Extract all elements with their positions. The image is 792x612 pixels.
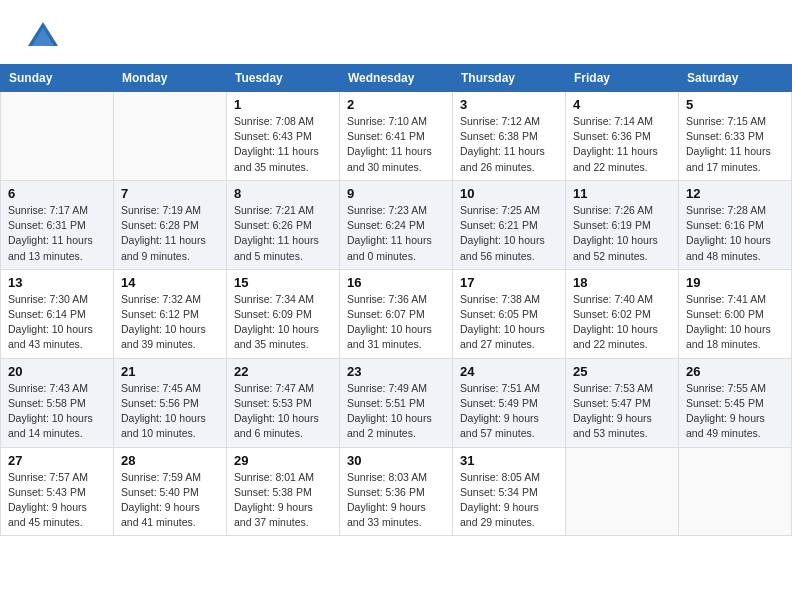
day-number: 20 <box>8 364 106 379</box>
calendar-cell: 23Sunrise: 7:49 AM Sunset: 5:51 PM Dayli… <box>340 358 453 447</box>
dow-header: Saturday <box>679 65 792 92</box>
logo <box>24 18 64 56</box>
cell-content: Sunrise: 7:43 AM Sunset: 5:58 PM Dayligh… <box>8 381 106 442</box>
calendar-cell: 19Sunrise: 7:41 AM Sunset: 6:00 PM Dayli… <box>679 269 792 358</box>
day-number: 13 <box>8 275 106 290</box>
cell-content: Sunrise: 7:38 AM Sunset: 6:05 PM Dayligh… <box>460 292 558 353</box>
calendar-week-row: 27Sunrise: 7:57 AM Sunset: 5:43 PM Dayli… <box>1 447 792 536</box>
calendar-cell: 12Sunrise: 7:28 AM Sunset: 6:16 PM Dayli… <box>679 180 792 269</box>
calendar-cell <box>114 92 227 181</box>
day-number: 11 <box>573 186 671 201</box>
day-number: 21 <box>121 364 219 379</box>
day-number: 27 <box>8 453 106 468</box>
calendar-week-row: 6Sunrise: 7:17 AM Sunset: 6:31 PM Daylig… <box>1 180 792 269</box>
dow-header: Monday <box>114 65 227 92</box>
calendar-body: 1Sunrise: 7:08 AM Sunset: 6:43 PM Daylig… <box>1 92 792 536</box>
dow-header: Friday <box>566 65 679 92</box>
calendar-cell: 30Sunrise: 8:03 AM Sunset: 5:36 PM Dayli… <box>340 447 453 536</box>
calendar-cell: 18Sunrise: 7:40 AM Sunset: 6:02 PM Dayli… <box>566 269 679 358</box>
days-of-week-row: SundayMondayTuesdayWednesdayThursdayFrid… <box>1 65 792 92</box>
day-number: 6 <box>8 186 106 201</box>
calendar-cell: 1Sunrise: 7:08 AM Sunset: 6:43 PM Daylig… <box>227 92 340 181</box>
cell-content: Sunrise: 7:26 AM Sunset: 6:19 PM Dayligh… <box>573 203 671 264</box>
calendar-cell: 2Sunrise: 7:10 AM Sunset: 6:41 PM Daylig… <box>340 92 453 181</box>
calendar-cell: 11Sunrise: 7:26 AM Sunset: 6:19 PM Dayli… <box>566 180 679 269</box>
logo-icon <box>24 18 62 56</box>
calendar-cell: 29Sunrise: 8:01 AM Sunset: 5:38 PM Dayli… <box>227 447 340 536</box>
cell-content: Sunrise: 7:59 AM Sunset: 5:40 PM Dayligh… <box>121 470 219 531</box>
day-number: 22 <box>234 364 332 379</box>
cell-content: Sunrise: 7:23 AM Sunset: 6:24 PM Dayligh… <box>347 203 445 264</box>
cell-content: Sunrise: 7:30 AM Sunset: 6:14 PM Dayligh… <box>8 292 106 353</box>
calendar-cell <box>679 447 792 536</box>
calendar-cell: 9Sunrise: 7:23 AM Sunset: 6:24 PM Daylig… <box>340 180 453 269</box>
day-number: 23 <box>347 364 445 379</box>
day-number: 9 <box>347 186 445 201</box>
day-number: 19 <box>686 275 784 290</box>
calendar-cell: 15Sunrise: 7:34 AM Sunset: 6:09 PM Dayli… <box>227 269 340 358</box>
cell-content: Sunrise: 7:28 AM Sunset: 6:16 PM Dayligh… <box>686 203 784 264</box>
day-number: 26 <box>686 364 784 379</box>
day-number: 8 <box>234 186 332 201</box>
calendar-cell: 20Sunrise: 7:43 AM Sunset: 5:58 PM Dayli… <box>1 358 114 447</box>
calendar-cell: 4Sunrise: 7:14 AM Sunset: 6:36 PM Daylig… <box>566 92 679 181</box>
dow-header: Wednesday <box>340 65 453 92</box>
day-number: 10 <box>460 186 558 201</box>
cell-content: Sunrise: 7:41 AM Sunset: 6:00 PM Dayligh… <box>686 292 784 353</box>
day-number: 15 <box>234 275 332 290</box>
cell-content: Sunrise: 7:49 AM Sunset: 5:51 PM Dayligh… <box>347 381 445 442</box>
calendar-cell: 31Sunrise: 8:05 AM Sunset: 5:34 PM Dayli… <box>453 447 566 536</box>
cell-content: Sunrise: 7:17 AM Sunset: 6:31 PM Dayligh… <box>8 203 106 264</box>
calendar-cell: 13Sunrise: 7:30 AM Sunset: 6:14 PM Dayli… <box>1 269 114 358</box>
cell-content: Sunrise: 7:08 AM Sunset: 6:43 PM Dayligh… <box>234 114 332 175</box>
cell-content: Sunrise: 7:51 AM Sunset: 5:49 PM Dayligh… <box>460 381 558 442</box>
cell-content: Sunrise: 7:55 AM Sunset: 5:45 PM Dayligh… <box>686 381 784 442</box>
calendar-cell: 22Sunrise: 7:47 AM Sunset: 5:53 PM Dayli… <box>227 358 340 447</box>
cell-content: Sunrise: 7:34 AM Sunset: 6:09 PM Dayligh… <box>234 292 332 353</box>
cell-content: Sunrise: 7:32 AM Sunset: 6:12 PM Dayligh… <box>121 292 219 353</box>
cell-content: Sunrise: 8:03 AM Sunset: 5:36 PM Dayligh… <box>347 470 445 531</box>
calendar-cell: 10Sunrise: 7:25 AM Sunset: 6:21 PM Dayli… <box>453 180 566 269</box>
day-number: 2 <box>347 97 445 112</box>
cell-content: Sunrise: 8:01 AM Sunset: 5:38 PM Dayligh… <box>234 470 332 531</box>
day-number: 12 <box>686 186 784 201</box>
calendar-week-row: 1Sunrise: 7:08 AM Sunset: 6:43 PM Daylig… <box>1 92 792 181</box>
cell-content: Sunrise: 7:21 AM Sunset: 6:26 PM Dayligh… <box>234 203 332 264</box>
cell-content: Sunrise: 7:57 AM Sunset: 5:43 PM Dayligh… <box>8 470 106 531</box>
calendar-cell: 7Sunrise: 7:19 AM Sunset: 6:28 PM Daylig… <box>114 180 227 269</box>
calendar-table: SundayMondayTuesdayWednesdayThursdayFrid… <box>0 64 792 536</box>
calendar-cell: 8Sunrise: 7:21 AM Sunset: 6:26 PM Daylig… <box>227 180 340 269</box>
calendar-cell: 27Sunrise: 7:57 AM Sunset: 5:43 PM Dayli… <box>1 447 114 536</box>
day-number: 24 <box>460 364 558 379</box>
cell-content: Sunrise: 7:12 AM Sunset: 6:38 PM Dayligh… <box>460 114 558 175</box>
calendar-cell: 21Sunrise: 7:45 AM Sunset: 5:56 PM Dayli… <box>114 358 227 447</box>
cell-content: Sunrise: 7:19 AM Sunset: 6:28 PM Dayligh… <box>121 203 219 264</box>
cell-content: Sunrise: 7:36 AM Sunset: 6:07 PM Dayligh… <box>347 292 445 353</box>
dow-header: Thursday <box>453 65 566 92</box>
dow-header: Tuesday <box>227 65 340 92</box>
calendar-cell: 28Sunrise: 7:59 AM Sunset: 5:40 PM Dayli… <box>114 447 227 536</box>
calendar-cell: 5Sunrise: 7:15 AM Sunset: 6:33 PM Daylig… <box>679 92 792 181</box>
cell-content: Sunrise: 7:53 AM Sunset: 5:47 PM Dayligh… <box>573 381 671 442</box>
cell-content: Sunrise: 7:10 AM Sunset: 6:41 PM Dayligh… <box>347 114 445 175</box>
calendar-cell: 26Sunrise: 7:55 AM Sunset: 5:45 PM Dayli… <box>679 358 792 447</box>
dow-header: Sunday <box>1 65 114 92</box>
cell-content: Sunrise: 7:40 AM Sunset: 6:02 PM Dayligh… <box>573 292 671 353</box>
calendar-cell: 3Sunrise: 7:12 AM Sunset: 6:38 PM Daylig… <box>453 92 566 181</box>
day-number: 14 <box>121 275 219 290</box>
page-header <box>0 0 792 64</box>
day-number: 30 <box>347 453 445 468</box>
day-number: 31 <box>460 453 558 468</box>
cell-content: Sunrise: 7:15 AM Sunset: 6:33 PM Dayligh… <box>686 114 784 175</box>
day-number: 16 <box>347 275 445 290</box>
calendar-cell: 17Sunrise: 7:38 AM Sunset: 6:05 PM Dayli… <box>453 269 566 358</box>
calendar-cell: 6Sunrise: 7:17 AM Sunset: 6:31 PM Daylig… <box>1 180 114 269</box>
cell-content: Sunrise: 8:05 AM Sunset: 5:34 PM Dayligh… <box>460 470 558 531</box>
day-number: 18 <box>573 275 671 290</box>
day-number: 17 <box>460 275 558 290</box>
calendar-cell <box>1 92 114 181</box>
day-number: 28 <box>121 453 219 468</box>
calendar-cell: 14Sunrise: 7:32 AM Sunset: 6:12 PM Dayli… <box>114 269 227 358</box>
cell-content: Sunrise: 7:14 AM Sunset: 6:36 PM Dayligh… <box>573 114 671 175</box>
calendar-week-row: 20Sunrise: 7:43 AM Sunset: 5:58 PM Dayli… <box>1 358 792 447</box>
